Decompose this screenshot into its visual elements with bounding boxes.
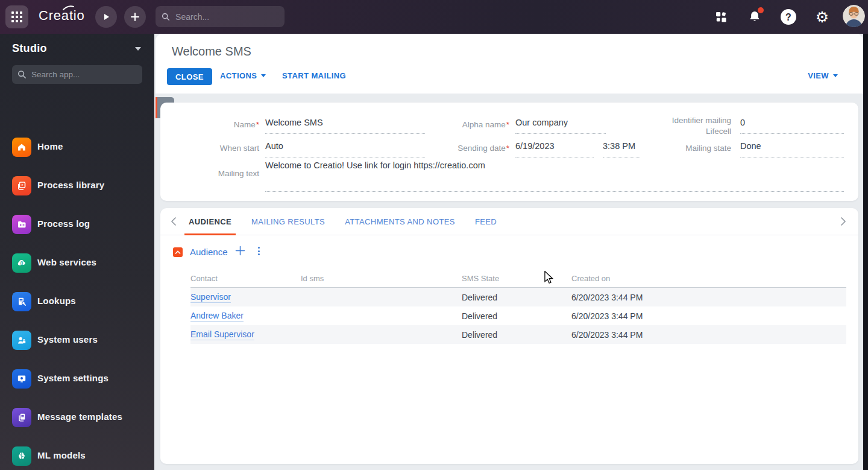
identifier-field-value[interactable]: 0 bbox=[740, 118, 844, 134]
created-on-cell: 6/20/2023 3:44 PM bbox=[571, 293, 846, 302]
column-header-id-sms[interactable]: Id sms bbox=[301, 274, 462, 283]
audience-table: Contact Id sms SMS State Created on Supe… bbox=[190, 270, 846, 344]
global-search-box[interactable] bbox=[156, 6, 285, 27]
add-new-button[interactable] bbox=[124, 6, 146, 28]
mailing-text-field-value[interactable]: Welcome to Creatio! Use link for login h… bbox=[265, 160, 844, 192]
user-avatar[interactable] bbox=[843, 5, 865, 27]
chevron-up-icon bbox=[175, 250, 181, 255]
tab-feed[interactable]: FEED bbox=[475, 208, 497, 235]
app-launcher-grid-icon bbox=[11, 11, 23, 23]
identifier-field-label-line2: Lifecell bbox=[605, 127, 731, 136]
actions-button[interactable]: ACTIONS bbox=[220, 71, 266, 80]
sending-date-field-label: Sending date* bbox=[389, 144, 509, 153]
plus-icon bbox=[130, 12, 140, 22]
tab-attachments-and-notes[interactable]: ATTACHMENTS AND NOTES bbox=[345, 208, 455, 235]
application-window: Creatio bbox=[0, 0, 868, 470]
sidebar-item-lookups[interactable]: Lookups bbox=[0, 282, 154, 321]
app-search-input[interactable] bbox=[31, 70, 137, 79]
tab-audience[interactable]: AUDIENCE bbox=[189, 208, 231, 235]
page-title: Welcome SMS bbox=[172, 45, 251, 59]
identifier-field-label-line1: Identifier mailing bbox=[605, 116, 731, 125]
main-content: Welcome SMS CLOSE ACTIONS START MAILING … bbox=[154, 34, 863, 470]
sidebar-item-label: Home bbox=[37, 141, 63, 151]
sidebar-item-process-log[interactable]: Process log bbox=[0, 205, 154, 244]
close-button[interactable]: CLOSE bbox=[167, 68, 212, 85]
global-search-input[interactable] bbox=[175, 12, 278, 22]
search-icon bbox=[162, 12, 170, 22]
tabs-scroll-left-icon[interactable] bbox=[171, 217, 177, 226]
contact-link[interactable]: Email Supervisor bbox=[190, 329, 254, 340]
system-settings-icon bbox=[12, 369, 31, 389]
table-row[interactable]: Email Supervisor Delivered 6/20/2023 3:4… bbox=[190, 325, 846, 344]
process-library-icon bbox=[12, 176, 31, 195]
table-row[interactable]: Supervisor Delivered 6/20/2023 3:44 PM bbox=[190, 288, 846, 306]
view-button-label: VIEW bbox=[808, 71, 829, 80]
workspace-selector[interactable]: Studio bbox=[0, 40, 154, 59]
sidebar-item-label: Process library bbox=[37, 180, 104, 190]
message-templates-icon bbox=[12, 408, 31, 427]
required-marker: * bbox=[506, 120, 509, 129]
add-audience-button[interactable] bbox=[235, 246, 245, 256]
sms-state-cell: Delivered bbox=[462, 293, 571, 302]
sidebar-item-home[interactable]: Home bbox=[0, 128, 154, 167]
notifications-button[interactable] bbox=[743, 0, 767, 34]
play-icon bbox=[102, 13, 110, 21]
svg-text:?: ? bbox=[785, 12, 791, 22]
avatar-photo bbox=[843, 5, 865, 27]
mailing-state-field-value[interactable]: Done bbox=[740, 141, 844, 157]
column-header-contact[interactable]: Contact bbox=[190, 274, 301, 283]
process-log-icon bbox=[12, 215, 31, 234]
column-header-sms-state[interactable]: SMS State bbox=[462, 274, 571, 283]
sidebar-item-ml-models[interactable]: ML models bbox=[0, 437, 154, 470]
sidebar-item-system-settings[interactable]: System settings bbox=[0, 360, 154, 398]
sidebar-item-process-library[interactable]: Process library bbox=[0, 167, 154, 205]
column-header-created-on[interactable]: Created on bbox=[571, 274, 846, 283]
audience-collapse-button[interactable] bbox=[173, 247, 183, 257]
tabs-scroll-right-icon[interactable] bbox=[840, 217, 846, 226]
sending-date-date-value[interactable]: 6/19/2023 bbox=[515, 141, 594, 157]
notification-dot bbox=[758, 7, 764, 13]
sms-state-cell: Delivered bbox=[462, 311, 571, 321]
sidebar-item-web-services[interactable]: () Web services bbox=[0, 244, 154, 282]
app-search-box[interactable] bbox=[12, 65, 142, 84]
chevron-down-icon bbox=[261, 74, 266, 77]
name-field-label: Name* bbox=[160, 120, 259, 129]
tiles-icon bbox=[715, 11, 727, 23]
sidebar-item-label: Message templates bbox=[37, 411, 122, 422]
top-bar: Creatio bbox=[0, 0, 868, 34]
contact-link[interactable]: Andrew Baker bbox=[190, 311, 244, 322]
sidebar-item-system-users[interactable]: System users bbox=[0, 321, 154, 360]
audience-menu-button[interactable] bbox=[254, 246, 263, 256]
system-users-icon bbox=[12, 331, 31, 350]
sidebar-item-label: Web services bbox=[37, 257, 96, 267]
run-process-button[interactable] bbox=[95, 6, 117, 28]
creatio-logo: Creatio bbox=[39, 8, 85, 24]
start-mailing-label: START MAILING bbox=[282, 71, 346, 80]
alpha-name-field-label: Alpha name* bbox=[389, 120, 509, 129]
search-icon bbox=[17, 70, 27, 79]
svg-text:(): () bbox=[20, 261, 23, 265]
gear-icon: ⚙ bbox=[816, 10, 829, 25]
audience-section-title[interactable]: Audience bbox=[190, 247, 228, 257]
view-button[interactable]: VIEW bbox=[808, 71, 838, 80]
created-on-cell: 6/20/2023 3:44 PM bbox=[571, 330, 846, 340]
start-mailing-button[interactable]: START MAILING bbox=[282, 71, 346, 80]
record-header-card: Welcome SMS CLOSE ACTIONS START MAILING … bbox=[156, 34, 863, 94]
contact-link[interactable]: Supervisor bbox=[190, 292, 231, 303]
ml-models-icon bbox=[12, 446, 31, 466]
settings-button[interactable]: ⚙ bbox=[810, 0, 834, 34]
table-row[interactable]: Andrew Baker Delivered 6/20/2023 3:44 PM bbox=[190, 306, 846, 325]
process-tiles-button[interactable] bbox=[709, 0, 733, 34]
help-question-icon: ? bbox=[780, 8, 797, 25]
sidebar-item-message-templates[interactable]: Message templates bbox=[0, 398, 154, 437]
lookups-icon bbox=[12, 292, 31, 311]
help-button[interactable]: ? bbox=[776, 0, 800, 34]
created-on-cell: 6/20/2023 3:44 PM bbox=[571, 311, 846, 321]
sidebar-item-label: System users bbox=[37, 334, 98, 345]
mailing-state-field-label: Mailing state bbox=[605, 144, 731, 153]
alpha-name-field-value[interactable]: Our company bbox=[515, 118, 606, 134]
mailing-text-field-label: Mailing text bbox=[160, 169, 259, 178]
tab-mailing-results[interactable]: MAILING RESULTS bbox=[251, 208, 325, 235]
app-launcher-button[interactable] bbox=[5, 5, 28, 28]
creatio-logo-accent-icon bbox=[63, 5, 75, 10]
